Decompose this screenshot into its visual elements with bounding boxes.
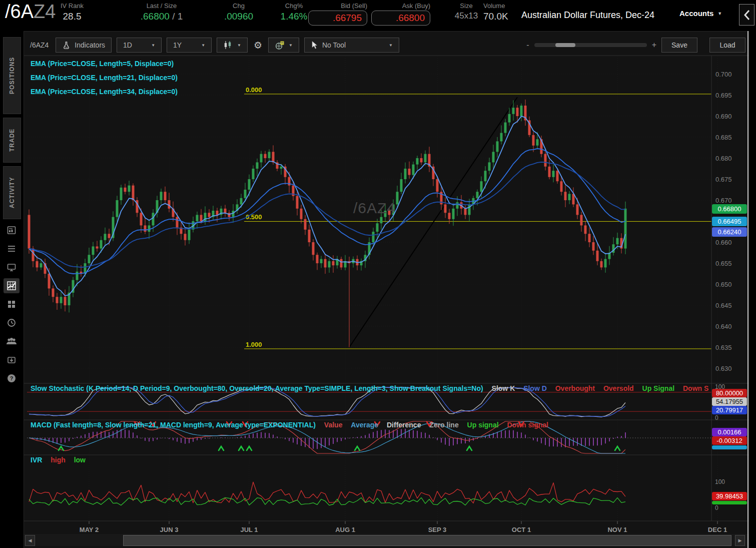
last-size-value: / 1 xyxy=(170,11,183,22)
size-value: 45x13 xyxy=(444,11,488,21)
sidebar-item-watchlist[interactable] xyxy=(4,241,20,256)
ivr-legend-low: low xyxy=(74,456,86,464)
ask-button[interactable]: .66800 xyxy=(371,11,430,26)
collapse-panel-button[interactable] xyxy=(739,4,754,26)
last-size-label: Last / Size xyxy=(119,2,204,10)
last-price-badge: 0.66800 xyxy=(712,204,747,214)
sidebar-tab-activity[interactable]: ACTIVITY xyxy=(3,166,21,219)
clock-icon xyxy=(7,318,17,328)
sidebar-item-archive[interactable] xyxy=(4,352,20,367)
ema21-label[interactable]: EMA (Price=CLOSE, Length=21, Displace=0) xyxy=(31,71,178,85)
help-icon: ? xyxy=(7,373,17,383)
zoom-slider-thumb[interactable] xyxy=(555,43,575,47)
range-dropdown[interactable]: 1Y ▼ xyxy=(167,38,212,53)
svg-text:MAY 2: MAY 2 xyxy=(80,526,99,533)
bid-button[interactable]: .66795 xyxy=(308,11,367,26)
save-button[interactable]: Save xyxy=(661,38,697,53)
sidebar-item-charts[interactable] xyxy=(4,278,20,293)
symbol: /6AZ4 xyxy=(5,1,56,23)
macd-value-badge: 0.00166 xyxy=(712,428,747,436)
grid-icon xyxy=(7,299,17,309)
svg-text:OCT 1: OCT 1 xyxy=(512,526,531,533)
timeframe-value: 1D xyxy=(123,41,132,49)
sidebar-item-dashboard[interactable] xyxy=(4,297,20,312)
chart-icon xyxy=(7,281,17,291)
stoch-legend-oversold: Oversold xyxy=(603,384,634,392)
svg-text:0.640: 0.640 xyxy=(715,323,732,330)
svg-text:1.000: 1.000 xyxy=(246,341,262,348)
sidebar-item-media[interactable] xyxy=(4,260,20,275)
svg-text:0: 0 xyxy=(715,414,718,421)
svg-text:JUL 1: JUL 1 xyxy=(240,526,258,533)
stochastic-header: Slow Stochastic (K Period=14, D Period=9… xyxy=(31,384,709,392)
svg-text:0.655: 0.655 xyxy=(715,260,732,267)
tool-value: No Tool xyxy=(322,41,346,49)
size-field: Size 45x13 xyxy=(444,2,488,21)
tab-activity-label: ACTIVITY xyxy=(9,177,16,209)
scrollbar-thumb[interactable] xyxy=(123,535,731,546)
volume-value: 70.0K xyxy=(483,11,521,22)
left-sidebar: POSITIONS TRADE ACTIVITY ? xyxy=(0,31,24,548)
chevron-down-icon: ▼ xyxy=(237,43,241,48)
ema-price-badge: 0.66240 xyxy=(712,227,747,237)
ask-field: Ask (Buy) .66800 xyxy=(371,2,430,26)
last-size-field: Last / Size .66800 / 1 xyxy=(119,2,204,22)
zoom-slider[interactable] xyxy=(534,43,647,47)
stoch-legend-up: Up Signal xyxy=(642,384,675,392)
stoch-legend-k: Slow K xyxy=(492,384,515,392)
price-chart-canvas[interactable]: 0.7000.6950.6900.6850.6800.6750.6700.665… xyxy=(24,32,749,548)
macd-legend-zero: Zero line xyxy=(429,421,458,429)
ivr-legend-high: high xyxy=(51,456,66,464)
svg-text:0.695: 0.695 xyxy=(715,92,732,99)
svg-text:100: 100 xyxy=(715,478,725,485)
candlestick-icon xyxy=(223,41,233,50)
chart-scrollbar[interactable]: ◀ ▶ xyxy=(24,534,749,546)
iv-rank-label: IV Rank xyxy=(49,2,95,10)
indicators-button[interactable]: Indicators xyxy=(56,38,112,53)
zoom-in-button[interactable]: + xyxy=(652,41,656,50)
macd-title[interactable]: MACD (Fast length=8, Slow length=21, MAC… xyxy=(31,421,316,429)
timeframe-dropdown[interactable]: 1D ▼ xyxy=(117,38,162,53)
scroll-left-button[interactable]: ◀ xyxy=(25,535,35,546)
ema34-label[interactable]: EMA (Price=CLOSE, Length=34, Displace=0) xyxy=(31,85,178,99)
panel-divider xyxy=(747,31,748,548)
accounts-menu[interactable]: Accounts ▼ xyxy=(679,9,722,18)
chart-type-dropdown[interactable]: ▼ xyxy=(217,38,248,53)
fib-mid-badge: 0.66495 xyxy=(712,217,747,226)
scroll-right-button[interactable]: ▶ xyxy=(735,535,745,546)
drawing-tool-dropdown[interactable]: No Tool ▼ xyxy=(304,38,399,53)
archive-icon xyxy=(7,355,17,365)
sidebar-item-help[interactable]: ? xyxy=(4,371,20,386)
macd-legend-average: Average xyxy=(351,421,378,429)
svg-text:0.700: 0.700 xyxy=(715,71,732,78)
macd-average-badge xyxy=(712,445,747,449)
svg-text:NOV 1: NOV 1 xyxy=(607,526,627,533)
chart-settings-gear-icon[interactable]: ⚙ xyxy=(254,40,262,51)
ivr-low-badge xyxy=(712,501,747,504)
svg-text:0.675: 0.675 xyxy=(715,176,732,183)
sidebar-tab-positions[interactable]: POSITIONS xyxy=(3,37,21,114)
sidebar-item-news[interactable] xyxy=(4,223,20,238)
svg-text:0.650: 0.650 xyxy=(715,281,732,288)
ema5-label[interactable]: EMA (Price=CLOSE, Length=5, Displace=0) xyxy=(31,57,178,71)
monitor-icon xyxy=(7,262,17,272)
flask-icon xyxy=(62,41,71,50)
zoom-out-button[interactable]: - xyxy=(526,41,529,50)
svg-text:0.685: 0.685 xyxy=(715,134,732,141)
sidebar-item-history[interactable] xyxy=(4,315,20,330)
chart-style-dropdown[interactable]: ▼ xyxy=(268,38,299,53)
stoch-k-badge: 54.17955 xyxy=(712,397,747,406)
news-icon xyxy=(7,225,17,235)
svg-text:?: ? xyxy=(10,375,14,381)
macd-diff-badge: -0.00312 xyxy=(712,436,747,445)
sidebar-tab-trade[interactable]: TRADE xyxy=(3,118,21,163)
chevron-down-icon: ▼ xyxy=(151,43,155,48)
load-button[interactable]: Load xyxy=(709,38,745,53)
stochastic-title[interactable]: Slow Stochastic (K Period=14, D Period=9… xyxy=(31,384,483,392)
chart-panel: 0.7000.6950.6900.6850.6800.6750.6700.665… xyxy=(24,31,749,548)
chart-toolbar: /6AZ4 Indicators 1D ▼ 1Y ▼ ▼ ⚙ ▼ xyxy=(24,36,750,55)
svg-text:0.000: 0.000 xyxy=(246,86,262,94)
sidebar-item-community[interactable] xyxy=(4,334,20,349)
ivr-title[interactable]: IVR xyxy=(31,456,42,464)
svg-text:SEP 3: SEP 3 xyxy=(428,526,447,533)
